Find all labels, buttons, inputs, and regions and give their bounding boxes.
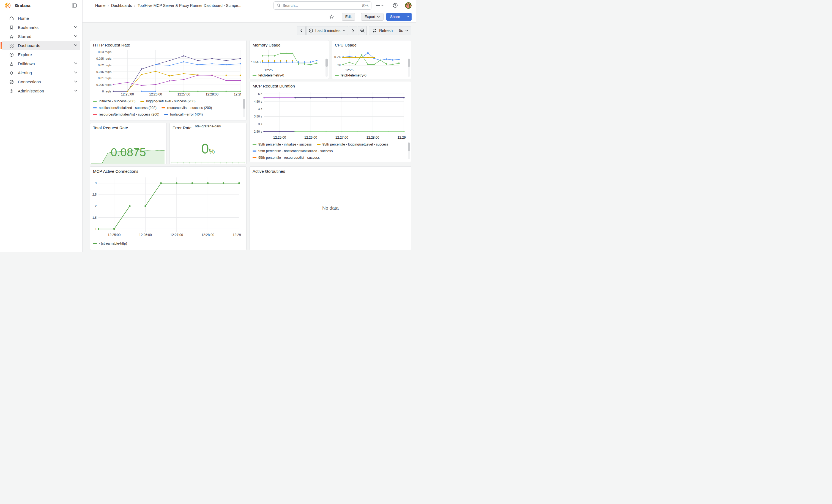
panel-active-goroutines: Active Goroutines No data <box>250 166 411 250</box>
legend-scrollbar[interactable] <box>408 142 410 151</box>
svg-text:12:28:00: 12:28:00 <box>366 136 380 139</box>
gear-icon <box>9 88 14 94</box>
sidebar-item-administration[interactable]: Administration <box>2 86 80 96</box>
add-new-button[interactable] <box>374 1 385 10</box>
legend-item[interactable]: fetch-telemetry-0 <box>253 74 284 77</box>
legend-item[interactable]: 95th percentile - resources/list - succe… <box>253 156 320 160</box>
sidebar-item-explore[interactable]: Explore <box>2 50 80 59</box>
legend-item[interactable]: 95th percentile - notifications/initiali… <box>253 149 333 153</box>
legend-swatch <box>253 157 256 158</box>
legend-item[interactable]: notifications/initialized - success (202… <box>93 106 157 110</box>
refresh-interval-label: 5s <box>399 28 403 33</box>
panel-title[interactable]: Total Request Rate <box>90 123 166 131</box>
search-input[interactable]: Search... ⌘+k <box>274 1 371 10</box>
svg-text:0.03 req/s: 0.03 req/s <box>98 50 111 54</box>
time-back-button[interactable] <box>297 26 306 35</box>
stat-value: 0.0875 <box>90 146 166 159</box>
svg-text:12:27:00: 12:27:00 <box>170 233 183 237</box>
legend-item[interactable]: 95th percentile - logging/setLevel - suc… <box>317 142 389 147</box>
panel-title[interactable]: CPU Usage <box>332 41 411 48</box>
legend-swatch <box>93 107 97 108</box>
legend-item[interactable]: tools/list - success (200) <box>142 119 184 120</box>
dashboard-canvas: Last 5 minutes Re <box>82 23 416 252</box>
legend-item[interactable]: resources/templates/list - success (200) <box>93 112 159 116</box>
sidebar-item-dashboards[interactable]: Dashboards <box>2 41 80 50</box>
sidebar-item-label: Administration <box>18 88 74 93</box>
panel-memory-usage: Memory Usage 16 MiB12:25 fetch-telemetry… <box>250 40 329 79</box>
dock-sidebar-icon[interactable] <box>70 1 78 10</box>
sidebar-item-connections[interactable]: Connections <box>2 77 80 86</box>
svg-text:12:26:00: 12:26:00 <box>149 92 162 96</box>
search-icon <box>277 3 281 7</box>
sidebar-item-drilldown[interactable]: Drilldown <box>2 59 80 68</box>
breadcrumb: Home›Dashboards›ToolHive MCP Server & Pr… <box>95 3 241 8</box>
chevron-down-icon <box>74 26 77 29</box>
legend-item[interactable]: unknown - success (200) <box>189 119 233 120</box>
legend-item[interactable]: tools/call - success (200) <box>93 119 137 120</box>
svg-text:12:27:00: 12:27:00 <box>335 136 348 139</box>
panel-error-rate: Error Rate otel-grafana-dark 0% <box>170 123 246 164</box>
refresh-interval-picker[interactable]: 5s <box>396 26 411 35</box>
sidebar-item-home[interactable]: Home <box>2 14 80 23</box>
time-range-label: Last 5 minutes <box>315 28 340 33</box>
sidebar-item-alerting[interactable]: Alerting <box>2 68 80 77</box>
breadcrumb-item[interactable]: Dashboards <box>111 3 132 8</box>
chevron-down-icon <box>74 35 77 38</box>
svg-text:4.50 s: 4.50 s <box>254 100 262 103</box>
help-icon[interactable] <box>391 1 399 10</box>
legend-scrollbar[interactable] <box>326 59 328 67</box>
legend-swatch <box>93 243 97 244</box>
legend-swatch <box>317 144 320 145</box>
chevron-down-icon <box>342 30 345 32</box>
sidebar-item-label: Connections <box>18 80 74 84</box>
time-forward-button[interactable] <box>348 26 357 35</box>
breadcrumb-item[interactable]: Home <box>95 3 105 8</box>
panel-title[interactable]: MCP Active Connections <box>90 167 246 174</box>
time-range-picker[interactable]: Last 5 minutes <box>306 26 348 35</box>
svg-text:12:29:00: 12:29:00 <box>233 233 241 237</box>
chevron-down-icon <box>74 62 77 65</box>
svg-text:0.025 req/s: 0.025 req/s <box>96 57 112 60</box>
sidebar: Grafana HomeBookmarksStarredDashboardsEx… <box>0 0 82 252</box>
sidebar-item-label: Bookmarks <box>18 25 74 30</box>
legend-scrollbar[interactable] <box>408 59 410 67</box>
svg-text:12:26:00: 12:26:00 <box>304 136 317 139</box>
sidebar-item-label: Dashboards <box>18 43 74 48</box>
svg-text:12:25: 12:25 <box>264 68 272 71</box>
stat-value: 0% <box>170 141 246 157</box>
bell-icon <box>9 71 14 75</box>
refresh-button[interactable]: Refresh <box>369 26 396 35</box>
sidebar-item-bookmarks[interactable]: Bookmarks <box>2 23 80 32</box>
user-avatar[interactable] <box>405 2 412 9</box>
panel-title[interactable]: HTTP Request Rate <box>90 41 246 48</box>
chevron-down-icon <box>74 44 77 47</box>
topbar: Home›Dashboards›ToolHive MCP Server & Pr… <box>82 0 416 11</box>
svg-text:12:25:00: 12:25:00 <box>273 136 286 139</box>
home-icon <box>9 16 14 21</box>
svg-text:4 s: 4 s <box>258 107 262 111</box>
legend-item[interactable]: - (streamable-http) <box>93 242 127 245</box>
legend-item[interactable]: initialize - success (200) <box>93 99 135 103</box>
legend-item[interactable]: 95th percentile - initialize - success <box>253 142 312 147</box>
legend-item[interactable]: resources/list - success (200) <box>161 106 212 110</box>
legend-item[interactable]: fetch-telemetry-0 <box>335 74 366 77</box>
share-button[interactable]: Share <box>386 13 404 21</box>
edit-button[interactable]: Edit <box>342 13 355 21</box>
svg-text:12:25:00: 12:25:00 <box>108 233 121 237</box>
legend-item[interactable]: logging/setLevel - success (200) <box>140 99 196 103</box>
chevron-down-icon <box>74 89 77 93</box>
svg-text:12:25:00: 12:25:00 <box>121 92 134 96</box>
panel-title[interactable]: MCP Request Duration <box>250 81 411 89</box>
export-button[interactable]: Export <box>361 13 384 21</box>
panel-title[interactable]: Memory Usage <box>250 41 329 48</box>
legend-item[interactable]: tools/call - error (404) <box>164 112 203 116</box>
panel-mcp-request-duration: MCP Request Duration 5 s4.50 s4 s3.50 s3… <box>250 81 411 162</box>
no-data-message: No data <box>250 167 411 250</box>
zoom-out-button[interactable] <box>358 26 367 35</box>
divider <box>358 14 358 20</box>
favorite-star-icon[interactable] <box>328 12 336 21</box>
breadcrumb-item[interactable]: ToolHive MCP Server & Proxy Runner Dashb… <box>137 3 241 8</box>
legend-scrollbar[interactable] <box>243 99 245 109</box>
share-menu-caret[interactable] <box>404 13 412 21</box>
sidebar-item-starred[interactable]: Starred <box>2 32 80 41</box>
